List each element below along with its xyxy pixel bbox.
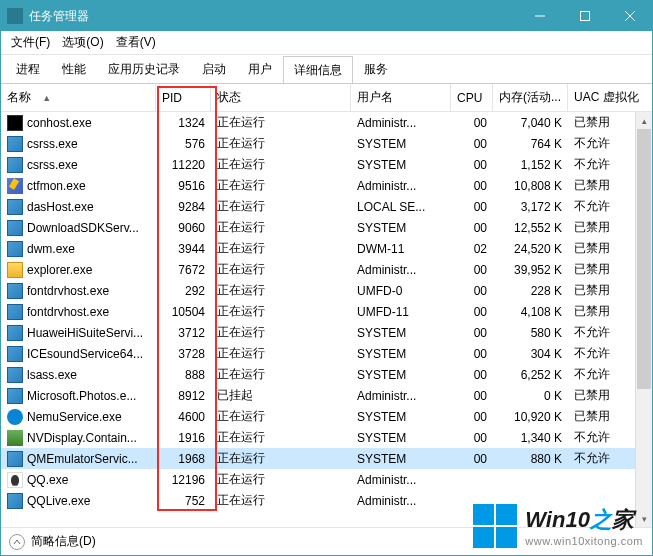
windows-logo-icon	[473, 504, 517, 548]
table-row[interactable]: Microsoft.Photos.e...8912已挂起Administr...…	[1, 385, 652, 406]
process-pid: 576	[156, 137, 211, 151]
col-status[interactable]: 状态	[211, 84, 351, 111]
table-row[interactable]: QQ.exe12196正在运行Administr...	[1, 469, 652, 490]
process-user: UMFD-11	[351, 305, 451, 319]
table-row[interactable]: csrss.exe11220正在运行SYSTEM001,152 K不允许	[1, 154, 652, 175]
tab-startup[interactable]: 启动	[191, 55, 237, 83]
menu-view[interactable]: 查看(V)	[110, 32, 162, 53]
tab-app-history[interactable]: 应用历史记录	[97, 55, 191, 83]
process-pid: 7672	[156, 263, 211, 277]
process-mem: 39,952 K	[493, 263, 568, 277]
process-status: 正在运行	[211, 471, 351, 488]
chevron-up-icon[interactable]	[9, 534, 25, 550]
process-uac: 不允许	[568, 324, 640, 341]
process-user: Administr...	[351, 473, 451, 487]
process-pid: 9060	[156, 221, 211, 235]
process-cpu: 00	[451, 116, 493, 130]
process-name: QMEmulatorServic...	[27, 452, 138, 466]
table-body[interactable]: conhost.exe1324正在运行Administr...007,040 K…	[1, 112, 652, 527]
process-pid: 3944	[156, 242, 211, 256]
table-row[interactable]: csrss.exe576正在运行SYSTEM00764 K不允许	[1, 133, 652, 154]
process-uac: 不允许	[568, 429, 640, 446]
process-pid: 9516	[156, 179, 211, 193]
process-status: 正在运行	[211, 219, 351, 236]
table-row[interactable]: HuaweiHiSuiteServi...3712正在运行SYSTEM00580…	[1, 322, 652, 343]
process-cpu: 00	[451, 326, 493, 340]
process-cpu: 00	[451, 263, 493, 277]
table-row[interactable]: conhost.exe1324正在运行Administr...007,040 K…	[1, 112, 652, 133]
tabbar: 进程 性能 应用历史记录 启动 用户 详细信息 服务	[1, 55, 652, 83]
table-row[interactable]: fontdrvhost.exe292正在运行UMFD-000228 K已禁用	[1, 280, 652, 301]
process-mem: 764 K	[493, 137, 568, 151]
process-user: LOCAL SE...	[351, 200, 451, 214]
tab-users[interactable]: 用户	[237, 55, 283, 83]
brief-info-link[interactable]: 简略信息(D)	[31, 533, 96, 550]
process-pid: 292	[156, 284, 211, 298]
watermark-url: www.win10xitong.com	[525, 535, 643, 547]
scroll-thumb[interactable]	[637, 129, 651, 389]
maximize-button[interactable]	[562, 1, 607, 31]
vertical-scrollbar[interactable]: ▴ ▾	[635, 112, 652, 527]
process-user: DWM-11	[351, 242, 451, 256]
process-icon	[7, 388, 23, 404]
process-pid: 12196	[156, 473, 211, 487]
process-status: 正在运行	[211, 156, 351, 173]
table-row[interactable]: lsass.exe888正在运行SYSTEM006,252 K不允许	[1, 364, 652, 385]
process-uac: 已禁用	[568, 408, 640, 425]
table-row[interactable]: dwm.exe3944正在运行DWM-110224,520 K已禁用	[1, 238, 652, 259]
col-cpu[interactable]: CPU	[451, 84, 493, 111]
process-mem: 3,172 K	[493, 200, 568, 214]
table-row[interactable]: ctfmon.exe9516正在运行Administr...0010,808 K…	[1, 175, 652, 196]
process-status: 正在运行	[211, 282, 351, 299]
process-uac: 不允许	[568, 345, 640, 362]
process-pid: 8912	[156, 389, 211, 403]
table-row[interactable]: NemuService.exe4600正在运行SYSTEM0010,920 K已…	[1, 406, 652, 427]
process-name: dasHost.exe	[27, 200, 94, 214]
process-user: SYSTEM	[351, 410, 451, 424]
tab-services[interactable]: 服务	[353, 55, 399, 83]
table-row[interactable]: NVDisplay.Contain...1916正在运行SYSTEM001,34…	[1, 427, 652, 448]
menu-options[interactable]: 选项(O)	[56, 32, 109, 53]
minimize-button[interactable]	[517, 1, 562, 31]
watermark-brand: Win10之家	[525, 505, 643, 535]
process-user: Administr...	[351, 389, 451, 403]
process-user: Administr...	[351, 263, 451, 277]
menu-file[interactable]: 文件(F)	[5, 32, 56, 53]
process-mem: 12,552 K	[493, 221, 568, 235]
process-icon	[7, 136, 23, 152]
tab-processes[interactable]: 进程	[5, 55, 51, 83]
process-pid: 752	[156, 494, 211, 508]
tab-details[interactable]: 详细信息	[283, 56, 353, 84]
task-manager-window: 任务管理器 文件(F) 选项(O) 查看(V) 进程 性能 应用历史记录 启动 …	[0, 0, 653, 556]
close-button[interactable]	[607, 1, 652, 31]
tab-performance[interactable]: 性能	[51, 55, 97, 83]
process-cpu: 00	[451, 284, 493, 298]
table-row[interactable]: DownloadSDKServ...9060正在运行SYSTEM0012,552…	[1, 217, 652, 238]
scroll-up-icon[interactable]: ▴	[636, 112, 652, 129]
table-row[interactable]: fontdrvhost.exe10504正在运行UMFD-11004,108 K…	[1, 301, 652, 322]
col-user[interactable]: 用户名	[351, 84, 451, 111]
col-uac[interactable]: UAC 虚拟化	[568, 84, 640, 111]
process-pid: 4600	[156, 410, 211, 424]
table-row[interactable]: explorer.exe7672正在运行Administr...0039,952…	[1, 259, 652, 280]
process-status: 正在运行	[211, 450, 351, 467]
titlebar[interactable]: 任务管理器	[1, 1, 652, 31]
watermark: Win10之家 www.win10xitong.com	[473, 504, 643, 548]
process-pid: 1324	[156, 116, 211, 130]
process-mem: 7,040 K	[493, 116, 568, 130]
process-mem: 10,808 K	[493, 179, 568, 193]
process-status: 正在运行	[211, 114, 351, 131]
table-header: 名称 ▲ PID 状态 用户名 CPU 内存(活动... UAC 虚拟化	[1, 84, 652, 112]
table-row[interactable]: QMEmulatorServic...1968正在运行SYSTEM00880 K…	[1, 448, 652, 469]
menubar: 文件(F) 选项(O) 查看(V)	[1, 31, 652, 55]
table-row[interactable]: dasHost.exe9284正在运行LOCAL SE...003,172 K不…	[1, 196, 652, 217]
col-pid[interactable]: PID	[156, 84, 211, 111]
process-cpu: 00	[451, 368, 493, 382]
table-row[interactable]: ICEsoundService64...3728正在运行SYSTEM00304 …	[1, 343, 652, 364]
col-mem[interactable]: 内存(活动...	[493, 84, 568, 111]
process-status: 正在运行	[211, 198, 351, 215]
process-user: Administr...	[351, 179, 451, 193]
process-status: 正在运行	[211, 324, 351, 341]
col-name[interactable]: 名称 ▲	[1, 84, 156, 111]
process-icon	[7, 262, 23, 278]
